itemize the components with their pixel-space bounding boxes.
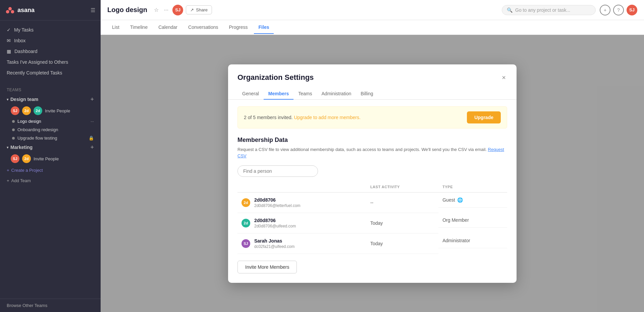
col-header-last-activity: LAST ACTIVITY bbox=[366, 183, 438, 193]
modal-title: Organization Settings bbox=[237, 73, 314, 82]
sidebar-project-onboarding[interactable]: Onboarding redesign bbox=[0, 125, 101, 134]
member-email: 2d0d8706@uifeed.com bbox=[254, 224, 296, 228]
sidebar-item-dashboard[interactable]: ▦ Dashboard bbox=[0, 46, 101, 57]
find-person-input[interactable] bbox=[237, 165, 318, 177]
topbar: Logo design ☆ ··· SJ ↗ Share 🔍 Go to any… bbox=[101, 0, 644, 20]
tab-files[interactable]: Files bbox=[254, 21, 274, 34]
member-type: Org Member bbox=[438, 213, 507, 228]
member-email: 2d0d8706@letterfuel.com bbox=[254, 203, 301, 208]
user-avatar-topbar: SJ bbox=[172, 5, 183, 15]
globe-icon: 🌐 bbox=[457, 197, 463, 203]
sidebar-team-marketing[interactable]: ▾ Marketing + bbox=[0, 142, 101, 152]
tab-list[interactable]: List bbox=[107, 21, 124, 34]
design-team-invite-label: Invite People bbox=[45, 108, 70, 113]
team-name-design: Design team bbox=[10, 97, 38, 102]
favorite-icon[interactable]: ☆ bbox=[153, 5, 160, 14]
plus-icon-add-team: + bbox=[7, 178, 9, 183]
member-avatar: 2d bbox=[241, 219, 250, 227]
my-tasks-icon: ✓ bbox=[7, 27, 11, 33]
membership-section-title: Membership Data bbox=[237, 137, 507, 144]
modal-tab-billing[interactable]: Billing bbox=[356, 88, 378, 100]
browse-other-teams[interactable]: Browse Other Teams bbox=[0, 299, 101, 312]
col-header-name bbox=[237, 183, 366, 193]
table-row: 2d 2d0d8706 2d0d8706@letterfuel.com --Gu… bbox=[237, 192, 507, 213]
upgrade-button[interactable]: Upgrade bbox=[467, 111, 501, 123]
modal-body: 2 of 5 members invited. Upgrade to add m… bbox=[228, 100, 517, 283]
marketing-team-invite-label: Invite People bbox=[34, 156, 59, 161]
ellipsis-icon: ··· bbox=[91, 119, 94, 124]
more-options-icon[interactable]: ··· bbox=[163, 6, 170, 14]
modal-tab-administration[interactable]: Administration bbox=[317, 88, 356, 100]
design-team-invite[interactable]: SJ 2d 2d Invite People bbox=[0, 104, 101, 117]
global-search-bar[interactable]: 🔍 Go to any project or task... bbox=[502, 5, 596, 15]
sidebar: asana ☰ ✓ My Tasks ✉ Inbox ▦ Dashboard T… bbox=[0, 0, 101, 312]
modal-tab-members[interactable]: Members bbox=[264, 88, 293, 100]
user-avatar-right: SJ bbox=[627, 5, 637, 15]
chevron-down-icon: ▾ bbox=[7, 98, 8, 101]
add-to-marketing-team-button[interactable]: + bbox=[90, 144, 94, 150]
invite-more-members-button[interactable]: Invite More Members bbox=[237, 261, 297, 273]
sidebar-item-assigned-others[interactable]: Tasks I've Assigned to Others bbox=[0, 57, 101, 67]
members-table: LAST ACTIVITY TYPE 2d 2d0d8706 2d0d8706@… bbox=[237, 183, 507, 254]
membership-description: Request a CSV file to view additional me… bbox=[237, 146, 507, 159]
sidebar-project-upgrade-flow[interactable]: Upgrade flow testing 🔒 bbox=[0, 134, 101, 142]
sidebar-item-my-tasks[interactable]: ✓ My Tasks bbox=[0, 24, 101, 35]
member-type: Administrator bbox=[438, 233, 507, 248]
project-name-upgrade-flow: Upgrade flow testing bbox=[17, 136, 57, 141]
tab-timeline[interactable]: Timeline bbox=[125, 21, 152, 34]
member-email: dc02fa21@uifeed.com bbox=[254, 244, 294, 249]
asana-logo: asana bbox=[5, 5, 35, 15]
member-info: 2d 2d0d8706 2d0d8706@uifeed.com bbox=[241, 218, 362, 228]
project-dot-onboarding bbox=[12, 128, 15, 131]
sidebar-toggle-button[interactable]: ☰ bbox=[91, 7, 95, 13]
tab-conversations[interactable]: Conversations bbox=[183, 21, 223, 34]
avatar-2d-marketing: 2d bbox=[22, 154, 31, 163]
avatar-sj-marketing: SJ bbox=[11, 154, 19, 163]
tab-progress[interactable]: Progress bbox=[224, 21, 253, 34]
sidebar-team-design[interactable]: ▾ Design team + bbox=[0, 94, 101, 104]
share-button[interactable]: ↗ Share bbox=[186, 5, 212, 14]
modal-tab-teams[interactable]: Teams bbox=[293, 88, 317, 100]
svg-point-2 bbox=[11, 10, 14, 13]
col-header-type: TYPE bbox=[438, 183, 507, 193]
marketing-team-invite[interactable]: SJ 2d Invite People bbox=[0, 152, 101, 165]
sidebar-item-recently-completed[interactable]: Recently Completed Tasks bbox=[0, 67, 101, 78]
member-name: 2d0d8706 bbox=[254, 197, 301, 203]
modal-tabs: General Members Teams Administration Bil… bbox=[228, 83, 517, 100]
lock-icon: 🔒 bbox=[89, 136, 94, 141]
project-dot-upgrade-flow bbox=[12, 137, 15, 140]
avatar-2d-teal: 2d bbox=[34, 106, 42, 115]
sidebar-item-inbox[interactable]: ✉ Inbox bbox=[0, 35, 101, 46]
page-content: Organization Settings × General Members … bbox=[101, 35, 644, 312]
member-last-activity: -- bbox=[366, 192, 438, 213]
inbox-icon: ✉ bbox=[7, 38, 11, 43]
upgrade-banner: 2 of 5 members invited. Upgrade to add m… bbox=[237, 106, 507, 128]
modal-close-button[interactable]: × bbox=[500, 72, 507, 83]
project-name-onboarding: Onboarding redesign bbox=[17, 127, 58, 132]
plus-icon-create: + bbox=[7, 168, 9, 173]
sidebar-navigation: ✓ My Tasks ✉ Inbox ▦ Dashboard Tasks I'v… bbox=[0, 20, 101, 82]
table-row: 2d 2d0d8706 2d0d8706@uifeed.com TodayOrg… bbox=[237, 213, 507, 233]
team-name-marketing: Marketing bbox=[10, 145, 33, 150]
help-button[interactable]: ? bbox=[613, 5, 624, 15]
table-row: SJ Sarah Jonas dc02fa21@uifeed.com Today… bbox=[237, 233, 507, 254]
teams-section-header: Teams bbox=[0, 82, 101, 94]
member-name: Sarah Jonas bbox=[254, 238, 294, 244]
sidebar-project-logo-design[interactable]: Logo design ··· bbox=[0, 117, 101, 125]
asana-logo-text: asana bbox=[17, 7, 35, 14]
avatar-sj: SJ bbox=[11, 106, 19, 115]
add-to-design-team-button[interactable]: + bbox=[90, 96, 94, 102]
create-project-button[interactable]: + Create a Project bbox=[0, 165, 101, 175]
modal-tab-general[interactable]: General bbox=[237, 88, 264, 100]
add-button[interactable]: + bbox=[600, 5, 610, 15]
add-team-button[interactable]: + Add Team bbox=[0, 175, 101, 186]
member-info: 2d 2d0d8706 2d0d8706@letterfuel.com bbox=[241, 197, 362, 208]
modal-overlay[interactable]: Organization Settings × General Members … bbox=[101, 35, 644, 312]
upgrade-link[interactable]: Upgrade to add more members. bbox=[294, 115, 360, 120]
chevron-down-icon-marketing: ▾ bbox=[7, 146, 8, 149]
organization-settings-modal: Organization Settings × General Members … bbox=[228, 64, 517, 283]
member-last-activity: Today bbox=[366, 233, 438, 254]
project-dot-logo-design bbox=[12, 120, 15, 123]
svg-point-0 bbox=[8, 7, 12, 10]
tab-calendar[interactable]: Calendar bbox=[154, 21, 182, 34]
